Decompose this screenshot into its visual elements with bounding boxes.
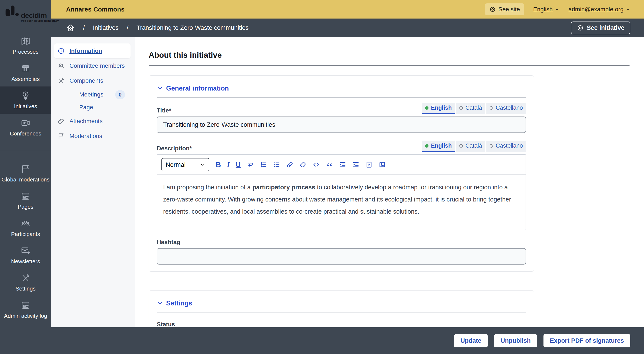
- subnav-item-page[interactable]: Page: [51, 101, 135, 114]
- chevron-down-icon: [157, 300, 163, 306]
- main-sidebar: decidim free open-source democracy Proce…: [0, 0, 51, 354]
- link-icon[interactable]: [286, 161, 294, 168]
- map-icon: [21, 36, 30, 46]
- section-divider: [157, 97, 526, 98]
- editor-toolbar: Normal B I U: [157, 155, 526, 175]
- subnav-item-label: Attachments: [70, 118, 103, 124]
- subnav-item-meetings[interactable]: Meetings 0: [51, 88, 135, 101]
- sidebar-item-processes[interactable]: Processes: [0, 32, 51, 59]
- meetings-count-badge: 0: [115, 90, 125, 99]
- subnav-item-components[interactable]: Components: [51, 73, 135, 88]
- decidim-logo[interactable]: decidim free open-source democracy: [0, 0, 51, 32]
- sidebar-item-assemblies[interactable]: Assemblies: [0, 59, 51, 86]
- breadcrumb-item-current: Transitioning to Zero-Waste communities: [136, 24, 248, 31]
- bold-icon[interactable]: B: [216, 161, 221, 168]
- sidebar-divider: [0, 150, 51, 150]
- section-title: Settings: [166, 300, 192, 307]
- see-site-button[interactable]: See site: [485, 4, 524, 15]
- sidebar-item-label: Global moderations: [2, 176, 50, 183]
- blockquote-icon[interactable]: [326, 161, 333, 168]
- user-email: admin@example.org: [568, 6, 624, 13]
- italic-icon[interactable]: I: [227, 161, 230, 168]
- unpublish-button[interactable]: Unpublish: [494, 334, 537, 348]
- general-information-card: General information Title* English Catal…: [149, 76, 534, 272]
- description-clipped-heading: Proposed Goals for the Process: [163, 227, 520, 230]
- language-tab-label: English: [431, 104, 452, 111]
- eye-icon: [577, 24, 584, 31]
- organization-name: Annares Commons: [66, 6, 124, 13]
- sidebar-item-global-moderations[interactable]: Global moderations: [0, 160, 51, 187]
- page-title: About this initiative: [149, 51, 630, 60]
- language-tab-english[interactable]: English: [422, 140, 455, 152]
- subnav-item-label: Meetings: [79, 91, 104, 98]
- language-tab-castellano[interactable]: Castellano: [486, 103, 526, 114]
- language-tab-castellano[interactable]: Castellano: [486, 140, 526, 152]
- update-button[interactable]: Update: [454, 334, 488, 348]
- sidebar-item-pages[interactable]: Pages: [0, 187, 51, 214]
- sidebar-item-label: Admin activity log: [4, 313, 47, 319]
- subnav-item-attachments[interactable]: Attachments: [51, 114, 135, 129]
- subnav-item-label: Committee members: [70, 62, 125, 69]
- description-editor-content[interactable]: I am proposing the initiation of a parti…: [157, 175, 526, 230]
- clear-format-icon[interactable]: [300, 161, 307, 168]
- language-tab-label: Castellano: [496, 142, 523, 149]
- top-bar: Annares Commons See site English admin@e…: [51, 0, 644, 18]
- sidebar-item-admin-activity-log[interactable]: Admin activity log: [0, 296, 51, 323]
- language-tab-label: Català: [465, 142, 482, 149]
- indent-increase-icon[interactable]: [339, 161, 346, 168]
- settings-toggle[interactable]: Settings: [157, 300, 526, 307]
- language-tab-catala[interactable]: Català: [456, 103, 485, 114]
- lightbulb-icon: [21, 91, 30, 100]
- initiative-subnav: Information Committee members Components…: [51, 37, 135, 328]
- title-input[interactable]: [157, 116, 526, 133]
- ordered-list-icon[interactable]: [260, 161, 267, 168]
- sidebar-item-initiatives[interactable]: Initiatives: [0, 86, 51, 114]
- subnav-item-information[interactable]: Information: [54, 44, 130, 58]
- chevron-down-icon: [200, 162, 205, 168]
- underline-icon[interactable]: U: [236, 161, 241, 168]
- export-pdf-signatures-button[interactable]: Export PDF of signatures: [544, 334, 630, 348]
- subnav-item-label: Moderations: [70, 133, 102, 140]
- sidebar-item-settings[interactable]: Settings: [0, 269, 51, 296]
- hashtag-input[interactable]: [157, 248, 526, 264]
- language-tab-catala[interactable]: Català: [456, 140, 485, 152]
- title-language-tabs: English Català Castellano: [422, 103, 526, 114]
- code-icon[interactable]: [313, 161, 320, 168]
- tools-icon: [21, 273, 30, 283]
- hard-break-icon[interactable]: [246, 161, 254, 168]
- tools-icon: [58, 77, 65, 84]
- bullet-list-icon[interactable]: [273, 161, 280, 168]
- text-format-select[interactable]: Normal: [162, 158, 209, 171]
- breadcrumb-item-initiatives[interactable]: Initiatives: [93, 24, 118, 31]
- translated-dot-icon: [425, 144, 428, 148]
- sidebar-item-label: Initiatives: [14, 103, 37, 110]
- sidebar-item-participants[interactable]: Participants: [0, 214, 51, 242]
- mail-plus-icon: [21, 246, 30, 256]
- description-language-tabs: English Català Castellano: [422, 140, 526, 152]
- general-information-toggle[interactable]: General information: [157, 84, 526, 92]
- video-embed-icon[interactable]: [366, 161, 373, 168]
- paperclip-icon: [58, 118, 65, 125]
- footer-action-bar: Update Unpublish Export PDF of signature…: [0, 328, 644, 354]
- sidebar-item-newsletters[interactable]: Newsletters: [0, 242, 51, 269]
- language-tab-label: Català: [465, 104, 482, 111]
- description-rich-text-editor: Normal B I U: [157, 154, 526, 230]
- sidebar-nav: Processes Assemblies Initiatives Confere…: [0, 32, 51, 350]
- user-menu[interactable]: admin@example.org: [568, 6, 630, 13]
- subnav-item-committee-members[interactable]: Committee members: [51, 58, 135, 73]
- see-initiative-button[interactable]: See initiative: [571, 22, 630, 34]
- subnav-item-label: Components: [70, 77, 103, 84]
- language-tab-english[interactable]: English: [422, 103, 455, 114]
- subnav-item-label: Page: [79, 104, 93, 111]
- indent-decrease-icon[interactable]: [352, 161, 360, 168]
- home-icon[interactable]: [66, 24, 75, 32]
- image-icon[interactable]: [379, 161, 386, 168]
- flag-icon: [58, 132, 65, 140]
- chevron-down-icon: [157, 85, 163, 92]
- status-field-label: Status: [157, 321, 526, 328]
- sidebar-item-conferences[interactable]: Conferences: [0, 114, 51, 141]
- description-paragraph: I am proposing the initiation of a parti…: [163, 181, 520, 218]
- eye-icon: [490, 6, 496, 12]
- subnav-item-moderations[interactable]: Moderations: [51, 129, 135, 144]
- language-selector[interactable]: English: [533, 6, 560, 13]
